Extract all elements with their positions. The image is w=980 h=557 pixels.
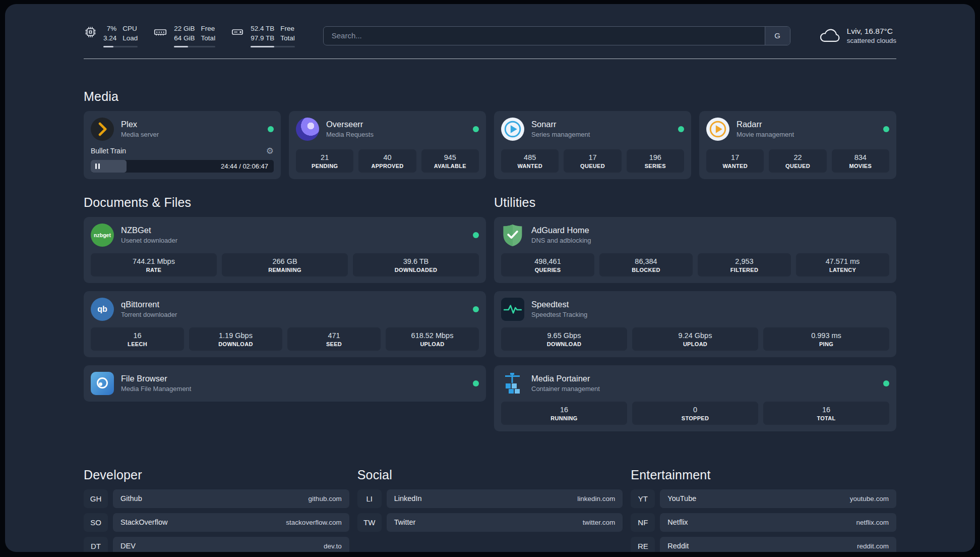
now-playing-title: Bullet Train [91, 147, 126, 155]
stat-downloaded: 39.6 TB DOWNLOADED [353, 253, 479, 276]
bookmark-url: stackoverflow.com [286, 519, 341, 526]
disk-progress-fill [251, 46, 274, 47]
disk-total-value: 97.9 TB [251, 34, 274, 43]
bookmark-name: StackOverflow [120, 518, 167, 526]
stat-queries: 498,461 QUERIES [501, 253, 594, 276]
overseerr-icon [296, 118, 319, 141]
bookmark-abbr: YT [631, 489, 655, 508]
status-dot [678, 126, 684, 132]
stat-available: 945 AVAILABLE [421, 149, 479, 173]
nzbget-card[interactable]: nzbget NZBGet Usenet downloader 744.21 M… [84, 217, 486, 283]
app-subtitle: Torrent downloader [121, 311, 177, 318]
stat-latency: 47.571 ms LATENCY [796, 253, 889, 276]
search-provider-button[interactable]: G [765, 27, 790, 45]
stat-filtered: 2,953 FILTERED [698, 253, 791, 276]
filebrowser-card[interactable]: File Browser Media File Management [84, 365, 486, 402]
nzbget-icon: nzbget [91, 224, 114, 247]
section-title-documents: Documents & Files [84, 195, 486, 210]
bookmark-stackoverflow[interactable]: SO StackOverflow stackoverflow.com [84, 513, 349, 532]
sonarr-card[interactable]: Sonarr Series management 485 WANTED 17 Q… [494, 111, 691, 179]
playback-time: 24:44 / 02:06:47 [221, 162, 268, 170]
search-bar: G [323, 26, 790, 45]
weather-widget[interactable]: Lviv, 16.87°C scattered clouds [819, 27, 896, 44]
app-name: Radarr [737, 120, 794, 129]
cpu-progress-track [103, 46, 138, 47]
playback-progress-bar[interactable]: 24:44 / 02:06:47 [91, 160, 274, 173]
bookmark-abbr: SO [84, 513, 108, 532]
section-title-utilities: Utilities [494, 195, 896, 210]
bookmark-name: Github [120, 494, 142, 503]
memory-progress-fill [174, 46, 188, 47]
cpu-load-value: 3.24 [103, 34, 116, 43]
adguard-card[interactable]: AdGuard Home DNS and adblocking 498,461 … [494, 217, 896, 283]
stat-download: 1.19 Gbps DOWNLOAD [189, 327, 282, 351]
topbar: 7% 3.24 CPU Load [84, 4, 896, 47]
bookmark-abbr: NF [631, 513, 655, 532]
bookmark-name: YouTube [667, 494, 696, 503]
app-name: Media Portainer [531, 374, 600, 383]
section-title-media: Media [84, 89, 896, 104]
disk-widget: 52.4 TB 97.9 TB Free Total [230, 24, 295, 47]
bookmark-url: twitter.com [583, 519, 616, 526]
speedtest-icon [501, 298, 524, 321]
section-title-entertainment: Entertainment [631, 468, 896, 482]
adguard-shield-icon [501, 224, 524, 247]
bookmark-url: reddit.com [857, 542, 889, 550]
stat-movies: 834 MOVIES [832, 149, 889, 173]
cpu-usage-value: 7% [107, 24, 117, 34]
stat-approved: 40 APPROVED [358, 149, 416, 173]
portainer-icon [501, 372, 524, 395]
bookmark-dev[interactable]: DT DEV dev.to [84, 537, 349, 552]
bookmark-github[interactable]: GH Github github.com [84, 489, 349, 508]
app-name: Overseerr [326, 120, 374, 129]
bookmark-name: DEV [120, 542, 136, 550]
app-subtitle: Series management [531, 131, 590, 138]
bookmark-youtube[interactable]: YT YouTube youtube.com [631, 489, 896, 508]
cpu-icon [84, 25, 97, 41]
speedtest-card[interactable]: Speedtest Speedtest Tracking 9.65 Gbps D… [494, 291, 896, 357]
stat-ping: 0.993 ms PING [763, 327, 889, 351]
memory-progress-track [174, 46, 215, 47]
disk-free-label: Free [280, 24, 295, 34]
plex-card[interactable]: Plex Media server Bullet Train ⚙ 24:44 /… [84, 111, 281, 179]
section-utilities: Utilities [494, 195, 896, 431]
radarr-card[interactable]: Radarr Movie management 17 WANTED 22 QUE… [699, 111, 896, 179]
bookmark-url: github.com [309, 495, 342, 503]
bookmark-abbr: TW [357, 513, 382, 532]
disk-total-label: Total [280, 34, 295, 43]
bookmark-name: Reddit [667, 542, 689, 550]
bookmark-twitter[interactable]: TW Twitter twitter.com [357, 513, 623, 532]
bookmark-url: linkedin.com [577, 495, 615, 503]
topbar-divider [84, 59, 896, 59]
portainer-card[interactable]: Media Portainer Container management 16 … [494, 365, 896, 431]
memory-widget: 22 GiB 64 GiB Free Total [153, 24, 215, 47]
memory-icon [153, 25, 168, 41]
memory-free-label: Free [201, 24, 216, 34]
status-dot [883, 380, 889, 386]
app-name: NZBGet [121, 226, 177, 235]
bookmark-linkedin[interactable]: LI LinkedIn linkedin.com [357, 489, 623, 508]
status-dot [473, 306, 479, 312]
pause-icon[interactable] [95, 163, 100, 169]
section-entertainment: Entertainment YT YouTube youtube.com NF … [631, 468, 896, 552]
bookmark-netflix[interactable]: NF Netflix netflix.com [631, 513, 896, 532]
stat-total: 16 TOTAL [763, 402, 889, 425]
memory-total-label: Total [201, 34, 216, 43]
app-name: AdGuard Home [531, 226, 591, 235]
search-input[interactable] [324, 27, 765, 45]
bookmark-reddit[interactable]: RE Reddit reddit.com [631, 537, 896, 552]
cpu-progress-fill [103, 46, 113, 47]
gear-icon[interactable]: ⚙ [266, 147, 274, 155]
app-subtitle: DNS and adblocking [531, 237, 591, 244]
stat-pending: 21 PENDING [296, 149, 353, 173]
plex-icon [91, 118, 114, 141]
weather-condition: scattered clouds [847, 37, 896, 44]
overseerr-card[interactable]: Overseerr Media Requests 21 PENDING 40 A… [289, 111, 486, 179]
app-name: qBittorrent [121, 300, 177, 309]
cloud-icon [819, 27, 841, 44]
stat-wanted: 485 WANTED [501, 149, 559, 173]
bookmark-url: youtube.com [850, 495, 889, 503]
section-title-social: Social [357, 468, 623, 482]
sonarr-icon [501, 118, 524, 141]
qbittorrent-card[interactable]: qb qBittorrent Torrent downloader 16 LEE… [84, 291, 486, 357]
